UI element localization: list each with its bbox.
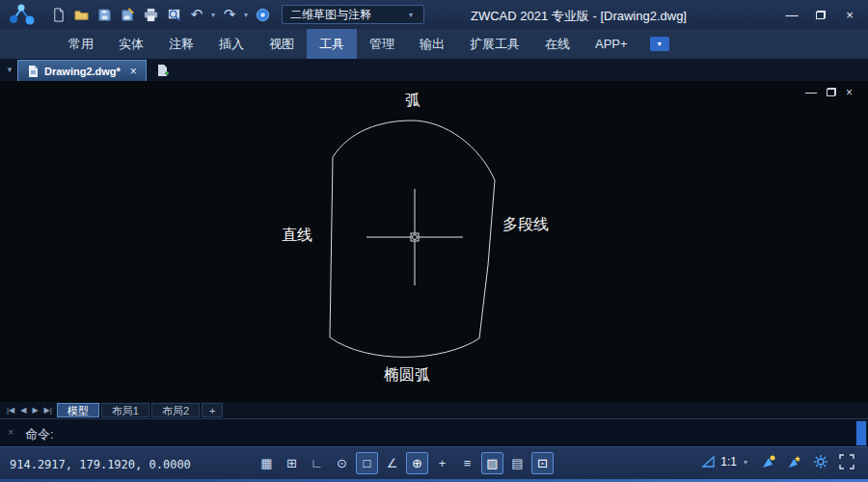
settings-gear-icon[interactable] (813, 454, 828, 469)
drawing-close-button[interactable]: × (846, 86, 853, 99)
first-layout-icon[interactable]: |◀ (4, 406, 17, 415)
restore-button[interactable] (808, 5, 833, 24)
restore-icon (816, 11, 826, 19)
ribbon-tab-manage[interactable]: 管理 (357, 29, 407, 59)
ribbon-tab-insert[interactable]: 插入 (206, 29, 257, 59)
annotation-autoscale-icon[interactable] (787, 454, 802, 469)
next-layout-icon[interactable]: ▶ (29, 406, 41, 415)
label-arc: 弧 (405, 91, 420, 111)
save-as-icon[interactable] (116, 4, 139, 25)
ribbon-tab-view[interactable]: 视图 (257, 29, 307, 59)
drawing-window-controls: — × (805, 86, 853, 99)
layout-tab-layout1[interactable]: 布局1 (101, 403, 149, 417)
window-title: ZWCAD 2021 专业版 - [Drawing2.dwg] (471, 8, 687, 25)
minimize-button[interactable]: — (779, 5, 804, 24)
layout-tab-model[interactable]: 模型 (57, 403, 99, 417)
document-tab-drawing2[interactable]: Drawing2.dwg* × (17, 60, 147, 81)
workspace-dropdown[interactable]: 二维草图与注释 ▾ (282, 5, 424, 24)
document-tab-label: Drawing2.dwg* (44, 66, 121, 77)
undo-icon[interactable]: ↶ (185, 4, 208, 25)
annotation-scale-control[interactable]: 1:1 ▾ (701, 454, 750, 469)
object-snap-icon[interactable]: □ (356, 452, 378, 474)
drawing-area[interactable]: 弧 直线 多段线 椭圆弧 — × (0, 81, 868, 402)
coordinates-readout: 914.2917, 179.1920, 0.0000 (10, 458, 191, 471)
print-icon[interactable] (139, 4, 162, 25)
workspace-dropdown-value: 二维草图与注释 (290, 7, 371, 23)
status-right-group: 1:1 ▾ (701, 454, 854, 469)
ribbon-tab-annotate[interactable]: 注释 (156, 29, 206, 59)
new-document-icon[interactable] (46, 4, 69, 25)
workspace-switch-icon[interactable] (251, 4, 274, 25)
workspace-dropdown-caret-icon: ▾ (406, 11, 416, 19)
layout-tab-layout2[interactable]: 布局2 (151, 403, 200, 417)
command-close-icon[interactable]: × (8, 426, 14, 438)
drawing-restore-button[interactable] (827, 86, 836, 99)
status-bar: 914.2917, 179.1920, 0.0000 ▦ ⊞ ∟ ⊙ □ ∠ ⊕… (0, 446, 868, 482)
crosshair-cursor (366, 189, 463, 285)
annotation-scale-icon (701, 454, 717, 469)
new-document-tab-icon[interactable] (152, 61, 174, 79)
ribbon-tab-solid[interactable]: 实体 (106, 29, 156, 59)
add-layout-button[interactable]: + (202, 403, 223, 417)
close-button[interactable]: × (837, 5, 862, 24)
grid-icon[interactable]: ▦ (256, 452, 278, 474)
document-tab-bar: ▼ Drawing2.dwg* × (0, 59, 868, 81)
transparency-icon[interactable]: ▨ (481, 452, 503, 474)
undo-dropdown-caret-icon[interactable]: ▾ (208, 11, 218, 19)
dynamic-input-icon[interactable]: ⊕ (406, 452, 428, 474)
ribbon-tab-app-plus[interactable]: APP+ (583, 29, 640, 59)
dwg-file-icon (27, 66, 39, 77)
quick-access-toolbar: ↶ ▾ ↷ ▾ (46, 4, 274, 25)
label-elliptical-arc: 椭圆弧 (384, 365, 430, 386)
polar-tracking-icon[interactable]: ⊙ (331, 452, 353, 474)
window-controls: — × (779, 5, 862, 24)
redo-dropdown-caret-icon[interactable]: ▾ (241, 11, 251, 19)
annotation-scale-caret-icon: ▾ (741, 458, 750, 467)
last-layout-icon[interactable]: ▶| (41, 406, 55, 415)
quick-snap-icon[interactable]: + (431, 452, 453, 474)
layout-tab-bar: |◀ ◀ ▶ ▶| 模型 布局1 布局2 + (0, 402, 868, 418)
document-tab-close-icon[interactable]: × (130, 65, 137, 78)
profile-path (330, 120, 495, 357)
command-scrollbar[interactable] (855, 420, 867, 446)
annotation-monitor-icon[interactable]: ⊡ (531, 452, 554, 474)
ortho-icon[interactable]: ∟ (306, 452, 328, 474)
zwcad-logo-icon (8, 3, 37, 26)
drawing-minimize-button[interactable]: — (805, 86, 817, 99)
fullscreen-icon[interactable] (839, 454, 854, 469)
label-line: 直线 (282, 226, 312, 246)
object-snap-tracking-icon[interactable]: ∠ (381, 452, 403, 474)
label-polyline: 多段线 (502, 215, 549, 235)
plot-preview-icon[interactable] (162, 4, 185, 25)
ribbon-tab-home[interactable]: 常用 (56, 29, 106, 59)
ribbon-collapse-button[interactable]: ▼ (650, 37, 669, 51)
annotation-scale-value: 1:1 (720, 455, 737, 469)
title-bar: ↶ ▾ ↷ ▾ 二维草图与注释 ▾ ZWCAD 2021 专业版 - [Draw… (0, 0, 868, 29)
ribbon-tab-output[interactable]: 输出 (407, 29, 457, 59)
zwcad-window: ↶ ▾ ↷ ▾ 二维草图与注释 ▾ ZWCAD 2021 专业版 - [Draw… (0, 0, 868, 482)
ribbon-tab-tools[interactable]: 工具 (307, 29, 357, 59)
ribbon-tab-online[interactable]: 在线 (532, 29, 583, 59)
lineweight-icon[interactable]: ≡ (456, 452, 478, 474)
ribbon-tab-express-tools[interactable]: 扩展工具 (457, 29, 532, 59)
doc-tabs-expand-icon[interactable]: ▼ (2, 66, 17, 74)
ribbon-tab-bar: 常用 实体 注释 插入 视图 工具 管理 输出 扩展工具 在线 APP+ ▼ (0, 29, 868, 59)
drawing-geometry (0, 81, 868, 402)
snap-icon[interactable]: ⊞ (281, 452, 303, 474)
selection-cycling-icon[interactable]: ▤ (506, 452, 529, 474)
prev-layout-icon[interactable]: ◀ (17, 406, 29, 415)
drawing-restore-icon (827, 88, 836, 96)
save-icon[interactable] (93, 4, 116, 25)
command-line-panel[interactable]: × 命令: (0, 418, 868, 446)
redo-icon[interactable]: ↷ (218, 4, 241, 25)
open-folder-icon[interactable] (69, 4, 93, 25)
status-toggles: ▦ ⊞ ∟ ⊙ □ ∠ ⊕ + ≡ ▨ ▤ ⊡ (256, 452, 554, 474)
command-scrollbar-thumb[interactable] (856, 421, 866, 445)
command-prompt[interactable]: 命令: (25, 426, 54, 443)
annotation-visibility-icon[interactable] (761, 454, 776, 469)
